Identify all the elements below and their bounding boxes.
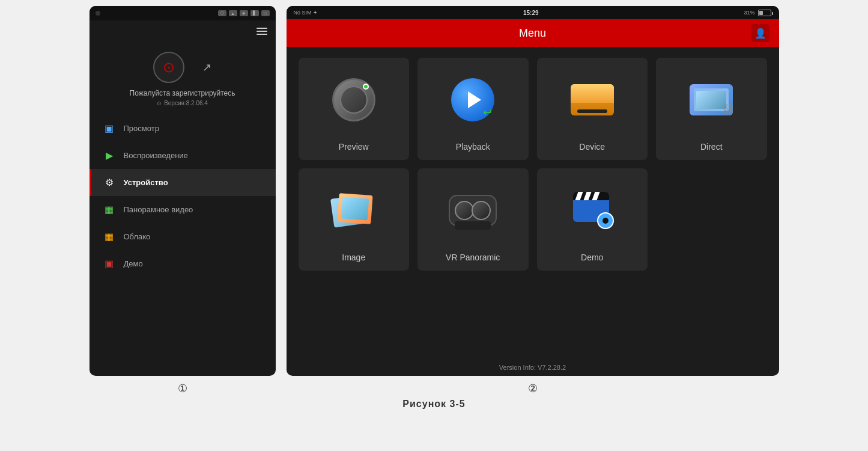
version-text: ⊙ Версия:8.2.06.4 bbox=[157, 100, 208, 106]
direct-label: Direct bbox=[700, 142, 723, 152]
playback-sphere-icon: ↩ bbox=[451, 78, 494, 121]
nav-item-device[interactable]: ⚙ Устройство bbox=[90, 169, 276, 196]
panoramic-icon: ▦ bbox=[103, 204, 115, 215]
vr-icon-wrapper bbox=[449, 195, 497, 226]
signal-icon: ▲ bbox=[229, 10, 237, 16]
direct-icon-area: ⛓ bbox=[656, 58, 767, 142]
device-icon-area bbox=[537, 58, 648, 142]
nav-label-cloud: Облако bbox=[124, 232, 151, 241]
status-dot bbox=[96, 11, 100, 16]
vr-body bbox=[455, 221, 491, 230]
share-icon[interactable]: ↗ bbox=[202, 61, 211, 74]
battery-fill bbox=[759, 11, 762, 15]
labels-row: ① ② bbox=[90, 382, 779, 395]
nav-item-panoramic[interactable]: ▦ Панорамное видео bbox=[90, 196, 276, 223]
preview-icon: ▣ bbox=[103, 123, 115, 134]
grid-item-empty bbox=[656, 168, 767, 271]
screen2-status-bar: No SIM ✦ 15:29 31% bbox=[287, 6, 779, 19]
image-label: Image bbox=[342, 253, 365, 262]
nav-item-playback[interactable]: ▶ Воспроизведение bbox=[90, 142, 276, 169]
wifi-icon: ◈ bbox=[240, 10, 248, 16]
grid-row-1: Preview ↩ Playback bbox=[299, 58, 767, 160]
clock-icon: ⊙ bbox=[157, 100, 162, 106]
version-label: Версия:8.2.06.4 bbox=[164, 100, 208, 106]
demo-icon: ▣ bbox=[103, 258, 115, 269]
label-1: ① bbox=[90, 382, 276, 395]
caption-text: Рисунок 3-5 bbox=[402, 399, 465, 409]
battery-icon: ▋ bbox=[250, 10, 259, 16]
device-icon: ⚙ bbox=[103, 177, 115, 188]
grid-item-demo[interactable]: Demo bbox=[537, 168, 648, 271]
s2-status-right: 31% bbox=[744, 10, 771, 16]
nav-label-playback: Воспроизведение bbox=[124, 151, 188, 160]
nav-label-panoramic: Панорамное видео bbox=[124, 205, 193, 214]
hdd-connector bbox=[577, 109, 607, 113]
vr-icon-area bbox=[417, 168, 529, 253]
nav-item-preview[interactable]: ▣ Просмотр bbox=[90, 115, 276, 142]
version-info: Version Info: V7.2.28.2 bbox=[499, 364, 566, 371]
demo-icon-area bbox=[537, 168, 648, 253]
screen2-header: Menu 👤 bbox=[287, 19, 779, 47]
clap-stripes bbox=[577, 192, 598, 200]
image-icon-area bbox=[299, 168, 410, 253]
bluetooth-icon: ⬡ bbox=[218, 10, 226, 16]
nav-menu: ▣ Просмотр ▶ Воспроизведение ⚙ Устройств… bbox=[90, 115, 276, 376]
device-label: Device bbox=[579, 142, 605, 152]
s2-status-left: No SIM ✦ bbox=[294, 10, 318, 16]
chain-icon: ⛓ bbox=[722, 103, 733, 115]
photo-front bbox=[337, 193, 372, 224]
notification-icon: □ bbox=[261, 10, 270, 16]
screen1-phone: ⬡ ▲ ◈ ▋ □ ⊙ ↗ Пожалуйс bbox=[90, 6, 276, 376]
device-hdd-icon bbox=[571, 84, 614, 115]
direct-screen-icon: ⛓ bbox=[690, 84, 733, 115]
cloud-icon: ▦ bbox=[103, 231, 115, 242]
stripe-2 bbox=[583, 192, 591, 200]
photos-icon bbox=[332, 192, 375, 229]
num-1: ① bbox=[178, 382, 187, 394]
battery-percent: 31% bbox=[744, 10, 754, 16]
grid-item-direct[interactable]: ⛓ Direct bbox=[656, 58, 767, 160]
vr-label: VR Panoramic bbox=[446, 253, 500, 262]
screenshots-row: ⬡ ▲ ◈ ▋ □ ⊙ ↗ Пожалуйс bbox=[90, 6, 779, 376]
register-text: Пожалуйста зарегистрируйтесь bbox=[130, 89, 235, 97]
demo-camera bbox=[597, 212, 614, 229]
grid-row-2: Image VR Panoramic bbox=[299, 168, 767, 271]
screen1-header bbox=[90, 20, 276, 42]
screen2-tablet: No SIM ✦ 15:29 31% Menu 👤 bbox=[287, 6, 779, 376]
green-arrow-icon: ↩ bbox=[483, 106, 492, 119]
figure-caption: Рисунок 3-5 bbox=[402, 399, 465, 410]
nav-item-cloud[interactable]: ▦ Облако bbox=[90, 223, 276, 250]
preview-icon-area bbox=[299, 58, 410, 142]
nav-item-demo[interactable]: ▣ Демо bbox=[90, 250, 276, 277]
battery-indicator bbox=[758, 10, 771, 16]
camera-icon: ⊙ bbox=[163, 59, 175, 76]
hamburger-menu-icon[interactable] bbox=[256, 28, 267, 35]
s2-status-center: 15:29 bbox=[523, 10, 539, 16]
playback-label: Playback bbox=[456, 142, 490, 152]
play-triangle bbox=[468, 91, 481, 108]
grid-item-preview[interactable]: Preview bbox=[299, 58, 410, 160]
stripe-1 bbox=[575, 192, 583, 200]
grid-item-playback[interactable]: ↩ Playback bbox=[417, 58, 529, 160]
nav-label-preview: Просмотр bbox=[124, 124, 159, 133]
grid-item-image[interactable]: Image bbox=[299, 168, 410, 271]
profile-icons-row: ⊙ ↗ bbox=[153, 52, 211, 83]
label-2: ② bbox=[287, 382, 779, 395]
grid-item-device[interactable]: Device bbox=[537, 58, 648, 160]
user-icon[interactable]: 👤 bbox=[751, 24, 769, 42]
menu-grid: Preview ↩ Playback bbox=[287, 47, 779, 359]
page-container: ⬡ ▲ ◈ ▋ □ ⊙ ↗ Пожалуйс bbox=[0, 0, 868, 410]
screen1-status-bar: ⬡ ▲ ◈ ▋ □ bbox=[90, 6, 276, 20]
preview-label: Preview bbox=[339, 142, 369, 152]
preview-camera-icon bbox=[332, 78, 375, 121]
playback-icon: ▶ bbox=[103, 150, 115, 161]
playback-icon-area: ↩ bbox=[417, 58, 529, 142]
demo-player-icon bbox=[571, 192, 614, 229]
vr-headset-icon bbox=[449, 195, 497, 226]
grid-item-vr[interactable]: VR Panoramic bbox=[417, 168, 529, 271]
profile-section: ⊙ ↗ Пожалуйста зарегистрируйтесь ⊙ Верси… bbox=[90, 42, 276, 115]
num-2: ② bbox=[528, 382, 538, 394]
menu-title: Menu bbox=[314, 27, 751, 40]
nav-label-device: Устройство bbox=[124, 178, 168, 187]
green-dot bbox=[363, 84, 369, 90]
